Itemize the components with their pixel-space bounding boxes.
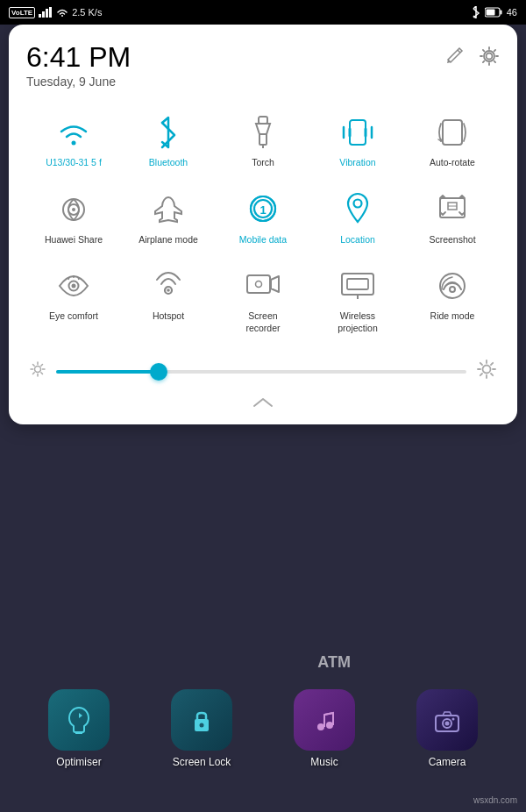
- svg-rect-27: [259, 134, 267, 145]
- app-music[interactable]: Music: [294, 689, 355, 768]
- hotspot-icon-wrap: [149, 267, 188, 305]
- location-icon: [344, 192, 372, 227]
- status-right: 46: [472, 6, 517, 18]
- brightness-slider-thumb[interactable]: [150, 363, 167, 381]
- status-bar: VoLTE 2.5 K/s 46: [0, 0, 526, 25]
- settings-icon[interactable]: [479, 46, 500, 72]
- wirelessprojection-icon: [339, 270, 376, 302]
- qs-screenrecorder[interactable]: Screen recorder: [216, 260, 310, 341]
- svg-rect-56: [347, 279, 368, 289]
- qs-ridemode[interactable]: Ride mode: [405, 260, 500, 341]
- quick-settings-panel: 6:41 PM Tuesday, 9 June: [9, 25, 517, 424]
- edit-icon[interactable]: [445, 46, 465, 72]
- qs-bluetooth[interactable]: Bluetooth: [121, 106, 216, 176]
- screenshot-icon: [436, 194, 469, 225]
- music-label: Music: [310, 756, 338, 768]
- svg-line-68: [33, 373, 35, 374]
- mobiledata-label: Mobile data: [239, 234, 287, 246]
- ridemode-label: Ride mode: [430, 310, 475, 323]
- svg-rect-29: [350, 120, 366, 145]
- eyecomfort-label: Eye comfort: [49, 310, 98, 323]
- qs-row-1: U13/30-31 5 f Bluetooth Torc: [26, 106, 500, 176]
- autorotate-icon-wrap: [433, 113, 472, 152]
- huaweishare-icon-wrap: [54, 190, 93, 229]
- hotspot-icon: [152, 269, 185, 303]
- battery-icon: [485, 7, 502, 18]
- screenshot-icon-wrap: [433, 190, 472, 229]
- svg-point-16: [317, 723, 324, 730]
- brightness-slider-fill: [56, 370, 159, 374]
- qs-row-2: Huawei Share Airplane mode 1 Mobile data: [26, 183, 500, 253]
- qs-wifi[interactable]: U13/30-31 5 f: [26, 106, 121, 176]
- wifi-icon: [57, 119, 90, 146]
- brightness-slider-track[interactable]: [56, 370, 466, 374]
- qs-vibration[interactable]: Vibration: [310, 106, 405, 176]
- ridemode-icon: [435, 270, 470, 302]
- mobiledata-icon-wrap: 1: [244, 190, 282, 229]
- svg-point-15: [200, 723, 204, 728]
- svg-point-46: [72, 284, 76, 288]
- svg-line-49: [78, 277, 79, 280]
- chevron-up-icon[interactable]: [252, 396, 274, 409]
- svg-point-21: [445, 722, 450, 726]
- svg-point-70: [483, 365, 491, 373]
- wirelessprojection-icon-wrap: [338, 267, 377, 305]
- qs-hotspot[interactable]: Hotspot: [121, 260, 216, 341]
- svg-rect-3: [49, 7, 52, 18]
- screenlock-label: Screen Lock: [173, 756, 231, 768]
- qs-time: 6:41 PM: [26, 42, 131, 73]
- wifi-icon-wrap: [54, 113, 93, 152]
- optimiser-label: Optimiser: [56, 756, 101, 768]
- atm-text: ATM: [317, 653, 351, 672]
- volte-badge: VoLTE: [9, 7, 35, 18]
- eyecomfort-icon-wrap: [54, 267, 93, 305]
- bluetooth-label: Bluetooth: [149, 157, 188, 169]
- app-screenlock[interactable]: Screen Lock: [171, 689, 232, 768]
- bluetooth-icon: [156, 116, 181, 149]
- qs-huaweishare[interactable]: Huawei Share: [26, 183, 121, 253]
- svg-text:1: 1: [259, 203, 266, 217]
- app-camera[interactable]: Camera: [416, 689, 478, 768]
- svg-line-47: [68, 277, 69, 280]
- qs-autorotate[interactable]: Auto-rotate: [405, 106, 500, 176]
- svg-point-60: [450, 287, 455, 292]
- brightness-min-icon: [30, 361, 46, 381]
- svg-point-51: [167, 289, 170, 293]
- app-optimiser[interactable]: Optimiser: [48, 689, 110, 768]
- qs-airplanemode[interactable]: Airplane mode: [121, 183, 216, 253]
- torch-label: Torch: [252, 157, 274, 169]
- bluetooth-icon-wrap: [149, 113, 188, 152]
- chevron-row[interactable]: [26, 391, 500, 410]
- bottom-apps: Optimiser Screen Lock Music: [0, 689, 526, 768]
- mobiledata-icon: 1: [247, 193, 279, 226]
- huaweishare-icon: [56, 194, 91, 225]
- hotspot-label: Hotspot: [153, 310, 184, 323]
- screenrecorder-label: Screen recorder: [245, 310, 280, 334]
- svg-point-61: [35, 367, 41, 373]
- svg-line-18: [324, 713, 333, 715]
- svg-rect-0: [39, 14, 41, 18]
- qs-eyecomfort[interactable]: Eye comfort: [26, 260, 121, 341]
- camera-label: Camera: [429, 756, 466, 768]
- svg-line-66: [33, 365, 35, 367]
- qs-wirelessprojection[interactable]: Wireless projection: [310, 260, 405, 341]
- wifi-status-icon: [56, 8, 68, 18]
- airplanemode-label: Airplane mode: [139, 234, 198, 246]
- airplane-icon: [152, 194, 185, 225]
- svg-point-23: [487, 53, 493, 60]
- watermark: wsxdn.com: [473, 795, 517, 805]
- qs-location[interactable]: Location: [310, 183, 405, 253]
- svg-point-22: [452, 718, 455, 721]
- svg-rect-6: [486, 10, 494, 16]
- svg-point-42: [354, 199, 362, 207]
- svg-rect-2: [46, 9, 48, 18]
- svg-line-76: [491, 374, 493, 375]
- qs-torch[interactable]: Torch: [216, 106, 310, 176]
- qs-mobiledata[interactable]: 1 Mobile data: [216, 183, 310, 253]
- qs-screenshot[interactable]: Screenshot: [405, 183, 500, 253]
- svg-point-53: [256, 281, 262, 288]
- brightness-row: [26, 349, 500, 391]
- optimiser-icon: [48, 689, 110, 751]
- screenlock-icon: [171, 689, 232, 751]
- airplane-icon-wrap: [149, 190, 188, 229]
